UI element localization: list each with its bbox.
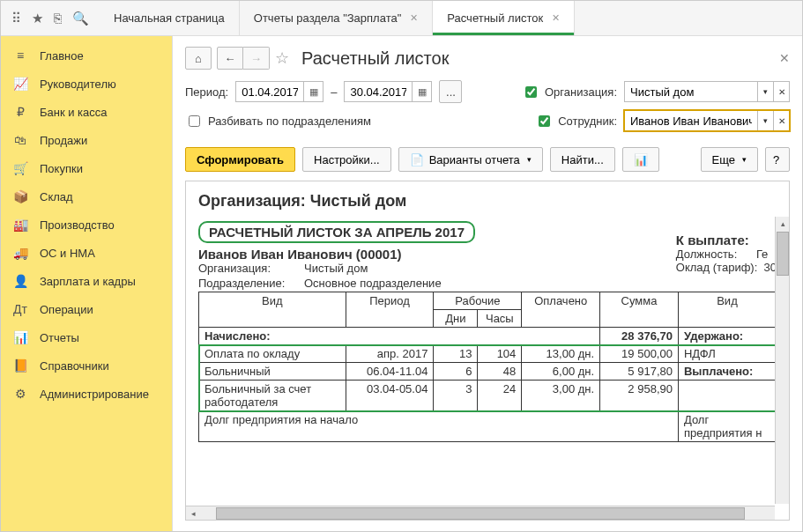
th-type: Вид: [199, 292, 346, 328]
cell-period: апр. 2017: [346, 345, 434, 363]
forward-button[interactable]: →: [243, 47, 270, 70]
generate-button[interactable]: Сформировать: [185, 147, 295, 172]
nav-label: Операции: [40, 303, 93, 316]
cell-hours: 24: [478, 381, 522, 411]
org-check[interactable]: [525, 86, 537, 98]
cell-period: 06.04-11.04: [346, 363, 434, 381]
tab-home[interactable]: Начальная страница: [100, 1, 240, 35]
split-checkbox[interactable]: Разбивать по подразделениям: [185, 113, 371, 129]
star-icon[interactable]: ★: [32, 11, 43, 26]
app-body: ≡Главное 📈Руководителю ₽Банк и касса 🛍Пр…: [1, 36, 802, 531]
nav-label: Руководителю: [40, 78, 116, 91]
emp-checkbox[interactable]: Сотрудник:: [535, 113, 617, 129]
period-label: Период:: [185, 85, 228, 99]
employee-select[interactable]: ▾ ✕: [624, 110, 790, 131]
settings-button[interactable]: Настройки...: [302, 147, 391, 172]
vertical-scrollbar[interactable]: ▴: [775, 217, 789, 504]
period-ellipsis-button[interactable]: ...: [439, 80, 462, 103]
cell-period: 03.04-05.04: [346, 381, 434, 411]
tab-payslip[interactable]: Расчетный листок ✕: [433, 1, 575, 35]
meta-label: Подразделение:: [198, 277, 304, 290]
horizontal-scrollbar[interactable]: ◂: [186, 506, 775, 520]
scroll-thumb[interactable]: [216, 507, 745, 520]
to-pay-label: К выплате:: [676, 233, 777, 248]
nav-production[interactable]: 🏭Производство: [1, 211, 172, 239]
cell-sum: 2 958,90: [600, 381, 679, 411]
employee-field[interactable]: [625, 115, 757, 128]
nav-label: Отчеты: [40, 331, 79, 344]
chart-button[interactable]: 📊: [622, 147, 659, 172]
search-icon[interactable]: 🔍: [72, 11, 89, 26]
cell-hours: 48: [478, 363, 522, 381]
apps-icon[interactable]: ⠿: [11, 11, 21, 26]
nav-label: Главное: [40, 49, 84, 63]
nav-purchases[interactable]: 🛒Покупки: [1, 154, 172, 182]
nav-refs[interactable]: 📙Справочники: [1, 351, 172, 380]
home-button[interactable]: ⌂: [185, 47, 212, 70]
report-org-header: Организация: Чистый дом: [198, 192, 777, 211]
nav-reports[interactable]: 📊Отчеты: [1, 323, 172, 351]
chevron-down-icon: ▾: [527, 155, 532, 164]
calendar-icon[interactable]: ▦: [412, 82, 431, 101]
nav-label: ОС и НМА: [40, 247, 95, 260]
cell-paid: 6,00 дн.: [522, 363, 600, 381]
nav-salary[interactable]: 👤Зарплата и кадры: [1, 267, 172, 295]
find-button[interactable]: Найти...: [550, 147, 615, 172]
nav-manager[interactable]: 📈Руководителю: [1, 70, 172, 98]
variants-button[interactable]: 📄Варианты отчета▾: [398, 147, 543, 172]
salary-label: Оклад (тариф):: [676, 261, 757, 274]
emp-label: Сотрудник:: [558, 115, 617, 128]
date-to-field[interactable]: [345, 85, 412, 99]
menu-icon: ≡: [13, 48, 27, 63]
org-select[interactable]: ▾ ✕: [624, 81, 790, 102]
nav-sales[interactable]: 🛍Продажи: [1, 126, 172, 154]
withheld-label: Удержано:: [678, 328, 776, 345]
chevron-down-icon: ▾: [742, 155, 747, 164]
help-button[interactable]: ?: [765, 147, 790, 172]
date-from-input[interactable]: ▦: [235, 81, 323, 102]
debt-start: Долг предприятия на начало: [199, 411, 679, 442]
accrued-row: Начислено: 28 376,70 Удержано:: [199, 328, 777, 345]
box-icon: 📦: [13, 189, 27, 203]
nav-bank[interactable]: ₽Банк и касса: [1, 98, 172, 126]
meta-label: Организация:: [198, 262, 304, 275]
org-field[interactable]: [625, 85, 757, 99]
cell-name: Оплата по окладу: [199, 345, 346, 363]
chevron-down-icon[interactable]: ▾: [757, 82, 773, 101]
th-paid: Оплачено: [522, 292, 600, 328]
more-button[interactable]: Еще▾: [701, 147, 758, 172]
date-to-input[interactable]: ▦: [344, 81, 432, 102]
nav-main[interactable]: ≡Главное: [1, 41, 172, 70]
nav-warehouse[interactable]: 📦Склад: [1, 182, 172, 211]
close-icon[interactable]: ✕: [552, 12, 560, 24]
table-row: Больничный за счет работодателя03.04-05.…: [199, 381, 777, 411]
favorite-icon[interactable]: ☆: [275, 48, 289, 68]
emp-check[interactable]: [539, 115, 550, 127]
clear-icon[interactable]: ✕: [773, 82, 789, 101]
nav-admin[interactable]: ⚙Администрирование: [1, 380, 172, 408]
calendar-icon[interactable]: ▦: [303, 82, 323, 101]
org-label: Организация:: [545, 85, 617, 99]
clear-icon[interactable]: ✕: [773, 111, 789, 130]
scroll-up-icon[interactable]: ▴: [776, 217, 790, 231]
nav-assets[interactable]: 🚚ОС и НМА: [1, 239, 172, 267]
ledger-icon: Дт: [13, 302, 27, 316]
back-button[interactable]: ←: [217, 47, 243, 70]
clipboard-icon[interactable]: ⎘: [54, 11, 62, 26]
close-page-button[interactable]: ✕: [779, 51, 790, 65]
page-title: Расчетный листок: [301, 48, 449, 69]
chevron-down-icon[interactable]: ▾: [757, 111, 773, 130]
date-from-field[interactable]: [236, 85, 303, 99]
th-hours: Часы: [478, 310, 522, 328]
cell-right: Выплачено:: [678, 363, 776, 381]
scroll-thumb[interactable]: [777, 232, 789, 276]
cell-name: Больничный за счет работодателя: [199, 381, 346, 411]
split-check[interactable]: [189, 115, 200, 127]
close-icon[interactable]: ✕: [410, 12, 418, 24]
nav-operations[interactable]: ДтОперации: [1, 295, 172, 323]
filter-row-1: Период: ▦ – ▦ ... Организация: ▾ ✕: [185, 80, 790, 103]
tab-reports[interactable]: Отчеты раздела "Зарплата" ✕: [240, 1, 434, 35]
scroll-left-icon[interactable]: ◂: [186, 506, 200, 521]
cell-days: 13: [434, 345, 478, 363]
org-checkbox[interactable]: Организация:: [522, 84, 617, 100]
